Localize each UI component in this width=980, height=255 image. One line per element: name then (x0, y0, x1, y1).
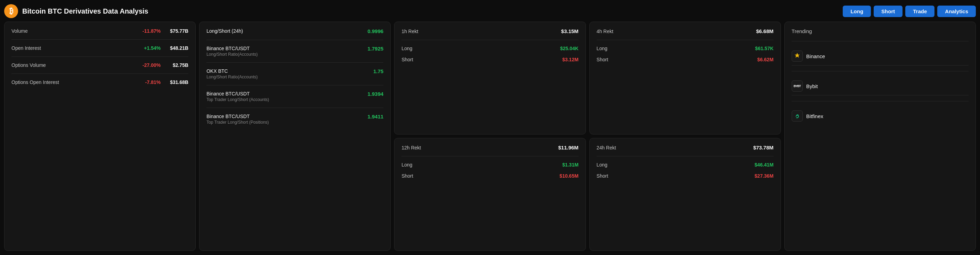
rekt-24h-long-value: $46.41M (754, 162, 773, 168)
rekt-12h-short-label: Short (401, 173, 413, 179)
ratio-value-1: 1.7925 (368, 46, 383, 51)
rekt-4h-long-value: $61.57K (755, 46, 773, 51)
ratio-name-0: Long/Short (24h) (207, 28, 243, 34)
rekt-24h-header: 24h Rekt $73.78M (597, 144, 773, 151)
trending-item-bitfinex[interactable]: Bitfinex (792, 107, 969, 125)
ratio-row-1: Binance BTC/USDT Long/Short Ratio(Accoun… (207, 46, 383, 57)
rekt-12h-period: 12h Rekt (401, 145, 421, 151)
trending-title: Trending (792, 28, 969, 34)
stat-value-options-oi: $31.68B (161, 79, 188, 85)
ratio-row-3: Binance BTC/USDT Top Trader Long/Short (… (207, 91, 383, 102)
rekt-24h-short-row: Short $27.36M (597, 173, 773, 179)
stat-value-volume: $75.77B (161, 28, 188, 34)
rekt-4h-long-label: Long (597, 46, 608, 51)
rekt-4h-short-label: Short (597, 57, 608, 63)
rekt-24h-period: 24h Rekt (597, 145, 616, 151)
rekt-24h-short-label: Short (597, 173, 608, 179)
stat-label-volume: Volume (11, 28, 133, 34)
rekt-24h-long-row: Long $46.41M (597, 162, 773, 168)
rekt-24h-card: 24h Rekt $73.78M Long $46.41M Short $27.… (589, 138, 781, 251)
rekt-24h-short-value: $27.36M (754, 173, 773, 179)
rekt-1h-long-row: Long $25.04K (401, 46, 578, 51)
header: ₿ Bitcoin BTC Derivatives Data Analysis … (4, 4, 976, 18)
rekt-12h-short-row: Short $10.65M (401, 173, 578, 179)
rekt-12h-long-row: Long $1.31M (401, 162, 578, 168)
stat-change-open-interest: +1.54% (133, 45, 161, 51)
ratio-row-0: Long/Short (24h) 0.9996 (207, 28, 383, 34)
stat-row-options-volume: Options Volume -27.00% $2.75B (11, 63, 188, 68)
ratio-info-2: OKX BTC Long/Short Ratio(Accounts) (207, 68, 258, 79)
rekt-4h-period: 4h Rekt (597, 29, 613, 34)
bitfinex-logo-icon (792, 111, 803, 122)
svg-marker-0 (794, 53, 800, 58)
ratio-name-3: Binance BTC/USDT (207, 91, 269, 96)
stat-change-options-oi: -7.81% (133, 79, 161, 85)
trending-card: Trending Binance BYBT Bybit (784, 22, 976, 251)
rekt-4h-short-value: $6.62M (757, 57, 773, 63)
header-left: ₿ Bitcoin BTC Derivatives Data Analysis (4, 4, 148, 18)
rekt-12h-total: $11.96M (558, 144, 578, 151)
ratio-sub-2: Long/Short Ratio(Accounts) (207, 75, 258, 79)
stat-row-options-oi: Options Open Interest -7.81% $31.68B (11, 79, 188, 85)
ratio-sub-4: Top Trader Long/Short (Positions) (207, 120, 269, 125)
stat-row-open-interest: Open Interest +1.54% $48.21B (11, 45, 188, 51)
stat-label-open-interest: Open Interest (11, 45, 133, 51)
ratio-value-3: 1.9394 (368, 91, 383, 97)
rekt-4h-header: 4h Rekt $6.68M (597, 28, 773, 34)
stat-change-volume: -11.87% (133, 28, 161, 34)
rekt-1h-total: $3.15M (561, 28, 579, 34)
main-grid: Volume -11.87% $75.77B Open Interest +1.… (4, 22, 976, 251)
nav-analytics-button[interactable]: Analytics (937, 6, 976, 17)
ratio-sub-1: Long/Short Ratio(Accounts) (207, 52, 258, 57)
rekt-12h-long-value: $1.31M (562, 162, 579, 168)
rekt-1h-short-value: $3.12M (562, 57, 579, 63)
trending-name-bybit: Bybit (806, 83, 818, 89)
rekt-12h-long-label: Long (401, 162, 412, 168)
stat-label-options-oi: Options Open Interest (11, 79, 133, 85)
ratio-sub-3: Top Trader Long/Short (Accounts) (207, 97, 269, 102)
rekt-12h-short-value: $10.65M (560, 173, 578, 179)
nav-trade-button[interactable]: Trade (905, 6, 934, 17)
bybit-logo-icon: BYBT (792, 80, 803, 91)
rekt-1h-short-label: Short (401, 57, 413, 63)
rekt-1h-card: 1h Rekt $3.15M Long $25.04K Short $3.12M (394, 22, 585, 135)
stat-value-options-volume: $2.75B (161, 63, 188, 68)
rekt-4h-total: $6.68M (756, 28, 773, 34)
btc-logo: ₿ (4, 4, 18, 18)
nav-short-button[interactable]: Short (873, 6, 902, 17)
ratio-value-0: 0.9996 (368, 28, 383, 34)
rekt-4h-short-row: Short $6.62M (597, 57, 773, 63)
stat-change-options-volume: -27.00% (133, 63, 161, 68)
rekt-12h-card: 12h Rekt $11.96M Long $1.31M Short $10.6… (394, 138, 585, 251)
trending-item-bybit[interactable]: BYBT Bybit (792, 77, 969, 95)
trending-name-binance: Binance (806, 53, 825, 59)
rekt-12h-header: 12h Rekt $11.96M (401, 144, 578, 151)
ratio-name-2: OKX BTC (207, 68, 258, 74)
ratio-name-1: Binance BTC/USDT (207, 46, 258, 51)
stat-value-open-interest: $48.21B (161, 45, 188, 51)
trending-item-binance[interactable]: Binance (792, 47, 969, 66)
stat-row-volume: Volume -11.87% $75.77B (11, 28, 188, 34)
rekt-1h-long-label: Long (401, 46, 412, 51)
trending-name-bitfinex: Bitfinex (806, 113, 823, 119)
rekt-24h-long-label: Long (597, 162, 608, 168)
rekt-1h-header: 1h Rekt $3.15M (401, 28, 578, 34)
stat-label-options-volume: Options Volume (11, 63, 133, 68)
ratio-info-1: Binance BTC/USDT Long/Short Ratio(Accoun… (207, 46, 258, 57)
rekt-24h-total: $73.78M (753, 144, 773, 151)
binance-logo-icon (792, 51, 803, 62)
header-nav: Long Short Trade Analytics (843, 6, 976, 17)
rekt-4h-card: 4h Rekt $6.68M Long $61.57K Short $6.62M (589, 22, 781, 135)
ratio-value-4: 1.9411 (368, 114, 383, 119)
rekt-4h-long-row: Long $61.57K (597, 46, 773, 51)
rekt-1h-long-value: $25.04K (560, 46, 579, 51)
ratio-row-2: OKX BTC Long/Short Ratio(Accounts) 1.75 (207, 68, 383, 79)
rekt-1h-short-row: Short $3.12M (401, 57, 578, 63)
nav-long-button[interactable]: Long (843, 6, 871, 17)
ratio-value-2: 1.75 (373, 68, 383, 74)
ratios-card: Long/Short (24h) 0.9996 Binance BTC/USDT… (199, 22, 391, 251)
ratio-info-0: Long/Short (24h) (207, 28, 243, 34)
ratio-info-4: Binance BTC/USDT Top Trader Long/Short (… (207, 114, 269, 125)
ratio-row-4: Binance BTC/USDT Top Trader Long/Short (… (207, 114, 383, 125)
stats-card: Volume -11.87% $75.77B Open Interest +1.… (4, 22, 196, 251)
